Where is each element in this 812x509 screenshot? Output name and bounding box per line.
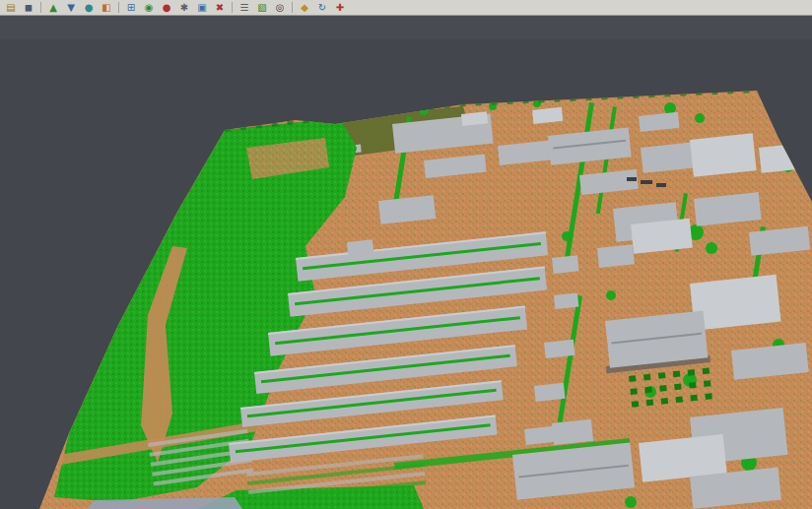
sphere-icon[interactable]: ◉ [141,0,157,15]
grid-icon[interactable]: ⊞ [123,0,139,15]
rotate-view-icon[interactable]: ↻ [314,0,330,15]
globe-icon[interactable]: ● [81,0,97,15]
camera-icon[interactable]: ◎ [272,0,288,15]
record-icon[interactable]: ● [159,0,174,15]
frame-icon[interactable]: ▣ [194,0,210,15]
export-points-icon[interactable]: ▼ [63,0,79,15]
point-cloud-scene [0,16,812,509]
box-select-icon[interactable]: ◧ [99,0,114,15]
import-points-icon[interactable]: ▲ [45,0,61,15]
toolbar-separator [232,2,233,13]
delete-icon[interactable]: ✖ [212,0,228,15]
toolbar-separator [118,2,119,13]
layers-icon[interactable]: ☰ [237,0,252,15]
save-icon[interactable]: ◼ [21,0,36,15]
toolbar: ▤◼▲▼●◧⊞◉●✱▣✖☰▧◎◆↻✚ [0,0,812,16]
toolbar-separator [40,2,41,13]
toolbar-separator [292,2,293,13]
settings-icon[interactable]: ✱ [176,0,192,15]
classify-icon[interactable]: ▧ [254,0,270,15]
measure-icon[interactable]: ◆ [297,0,312,15]
open-folder-icon[interactable]: ▤ [3,0,19,15]
viewport-3d[interactable] [0,16,812,509]
help-icon[interactable]: ✚ [332,0,348,15]
